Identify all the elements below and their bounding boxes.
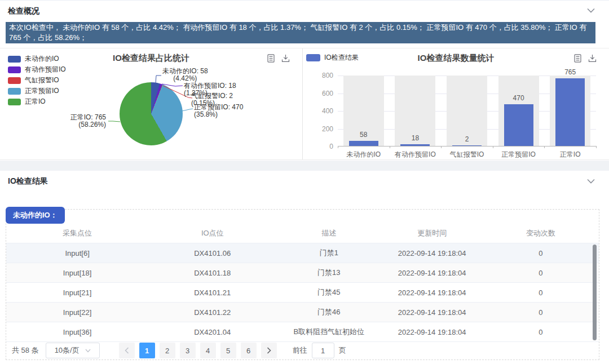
table-cell: 门禁46 xyxy=(276,307,381,317)
table-cell: Input[6] xyxy=(6,249,148,258)
pie-slice-label: 正常预留IO: 470(35.8%) xyxy=(194,104,243,118)
x-axis-tick xyxy=(493,146,493,148)
filter-category-button[interactable]: 未动作的IO： xyxy=(6,207,65,224)
x-axis-category-label: 正常IO xyxy=(544,150,596,159)
bar-value-label: 2 xyxy=(452,135,482,143)
table-cell: DX4101.18 xyxy=(148,269,276,277)
table-cell: B取料阻挡气缸初始位 xyxy=(276,327,381,337)
table-row: Input[36]DX4201.04B取料阻挡气缸初始位2022-09-14 1… xyxy=(6,322,599,342)
bar[interactable] xyxy=(349,141,378,146)
results-table-container: 采集点位 IO点位 描述 更新时间 变动次数 Input[6]DX4101.06… xyxy=(6,209,599,360)
bar-chart-panel: IO检查结果数量统计 IO检查结果 0200400600800 xyxy=(303,48,609,159)
overview-collapse-chevron-down-icon[interactable] xyxy=(587,8,595,13)
page-size-select[interactable]: 10条/页 xyxy=(46,343,100,358)
page-number-button[interactable]: 6 xyxy=(241,343,257,358)
table-cell: DX4101.06 xyxy=(148,249,276,258)
io-inspection-page: 检查概况 本次IO检查中， 未动作的IO 有 58 个，占比 4.42%； 有动… xyxy=(0,0,609,364)
pie-slice-label: 未动作的IO: 58(4.42%) xyxy=(162,68,208,82)
bar-plot-area: 58182470765 xyxy=(338,76,596,147)
bar-value-label: 765 xyxy=(555,68,585,76)
y-axis-tick-label: 600 xyxy=(303,90,333,97)
table-cell: 门禁1 xyxy=(276,248,381,258)
x-axis-tick xyxy=(338,146,338,148)
x-axis-tick xyxy=(441,146,442,148)
chevron-right-icon xyxy=(267,347,271,354)
page-number-button[interactable]: 4 xyxy=(200,343,216,358)
column-header: IO点位 xyxy=(148,228,276,238)
pagination-total: 共 58 条 xyxy=(12,345,39,356)
column-header: 描述 xyxy=(276,228,381,238)
column-header: 采集点位 xyxy=(6,228,148,238)
page-number-button[interactable]: 2 xyxy=(160,343,175,358)
table-cell: DX4201.04 xyxy=(148,328,276,336)
pie-leader-lines xyxy=(0,48,303,161)
bar-legend-swatch xyxy=(306,54,320,61)
bar-legend-item[interactable]: IO检查结果 xyxy=(306,53,359,63)
table-cell: 2022-09-14 19:18:04 xyxy=(381,249,483,258)
overview-section-title: 检查概况 xyxy=(8,6,39,16)
table-cell: Input[22] xyxy=(6,308,148,317)
table-cell: DX4101.21 xyxy=(148,288,276,297)
next-page-button[interactable] xyxy=(261,343,277,358)
table-row: Input[21]DX4101.21门禁452022-09-14 19:18:0… xyxy=(6,283,599,303)
bar[interactable] xyxy=(400,144,430,146)
results-collapse-chevron-down-icon[interactable] xyxy=(587,179,595,184)
table-body: Input[6]DX4101.06门禁12022-09-14 19:18:040… xyxy=(6,243,599,342)
table-cell: Input[18] xyxy=(6,269,148,277)
column-header: 变动次数 xyxy=(483,228,599,238)
charts-card: IO检查结果占比统计 未动作的IO有动作预留IO气缸报警IO正常预留IO正常IO… xyxy=(0,48,609,160)
bar-value-label: 58 xyxy=(349,131,378,139)
pagination-bar: 共 58 条 10条/页 123456 xyxy=(8,343,597,358)
prev-page-button[interactable] xyxy=(119,343,135,358)
table-cell: 0 xyxy=(483,269,599,277)
bar-value-label: 18 xyxy=(400,134,430,142)
table-cell: 0 xyxy=(483,328,599,336)
page-number-button[interactable]: 1 xyxy=(139,343,155,358)
bar-x-axis-labels: 未动作的IO有动作预留IO气缸报警IO正常预留IO正常IO xyxy=(338,150,596,159)
data-view-icon[interactable] xyxy=(573,54,582,63)
table-cell: DX4101.22 xyxy=(148,308,276,317)
download-icon[interactable] xyxy=(588,54,597,63)
x-axis-category-label: 正常预留IO xyxy=(493,150,545,159)
y-axis-tick-label: 0 xyxy=(303,143,333,150)
y-axis-tick-label: 200 xyxy=(303,125,333,133)
table-row: Input[6]DX4101.06门禁12022-09-14 19:18:040 xyxy=(6,243,599,263)
x-axis-category-label: 气缸报警IO xyxy=(441,150,493,159)
page-number-buttons: 123456 xyxy=(137,343,259,358)
chevron-left-icon xyxy=(125,347,129,354)
chevron-down-icon xyxy=(85,349,91,353)
bar[interactable] xyxy=(452,145,482,146)
table-row: Input[22]DX4101.22门禁462022-09-14 19:18:0… xyxy=(6,303,599,322)
results-section: IO检查结果 未动作的IO： 采集点位 IO点位 描述 更新时间 变动次数 In… xyxy=(0,171,609,364)
bar[interactable] xyxy=(504,104,533,146)
results-section-title: IO检查结果 xyxy=(8,176,48,187)
goto-page-input[interactable] xyxy=(312,343,334,358)
goto-label: 前往 xyxy=(293,345,307,356)
table-cell: 门禁13 xyxy=(276,268,381,278)
table-cell: Input[36] xyxy=(6,328,148,336)
section-divider xyxy=(0,161,609,171)
table-scrollbar-thumb[interactable] xyxy=(593,245,597,340)
y-axis-tick-label: 800 xyxy=(303,72,333,79)
x-axis-tick xyxy=(596,146,597,148)
page-number-button[interactable]: 3 xyxy=(180,343,196,358)
x-axis-tick xyxy=(544,146,545,148)
page-number-button[interactable]: 5 xyxy=(220,343,236,358)
results-table: 采集点位 IO点位 描述 更新时间 变动次数 Input[6]DX4101.06… xyxy=(6,223,599,342)
bar-toolbox xyxy=(573,54,597,63)
bar-value-label: 470 xyxy=(504,94,533,102)
table-cell: 门禁45 xyxy=(276,287,381,298)
bar[interactable] xyxy=(555,78,585,146)
page-size-value: 10条/页 xyxy=(55,345,80,356)
pie-chart-panel: IO检查结果占比统计 未动作的IO有动作预留IO气缸报警IO正常预留IO正常IO… xyxy=(0,48,303,159)
table-cell: 2022-09-14 19:18:04 xyxy=(381,269,483,277)
y-axis-tick-label: 400 xyxy=(303,107,333,115)
table-cell: 2022-09-14 19:18:04 xyxy=(381,328,483,336)
goto-suffix: 页 xyxy=(339,345,346,356)
table-header-row: 采集点位 IO点位 描述 更新时间 变动次数 xyxy=(6,223,599,243)
table-cell: Input[21] xyxy=(6,288,148,297)
bar-legend-label: IO检查结果 xyxy=(324,53,359,63)
table-cell: 2022-09-14 19:18:04 xyxy=(381,308,483,317)
table-cell: 0 xyxy=(483,249,599,258)
x-axis-category-label: 未动作的IO xyxy=(338,150,390,159)
